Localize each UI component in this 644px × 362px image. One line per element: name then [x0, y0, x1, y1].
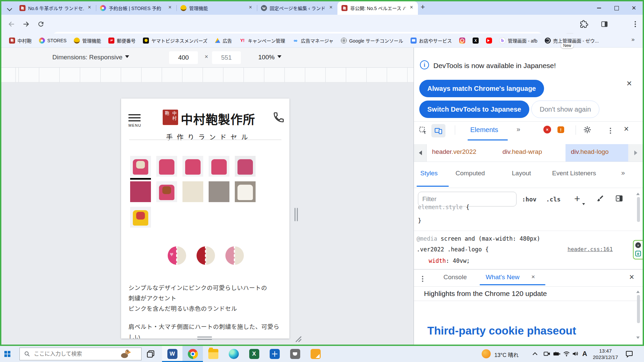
bookmarks-overflow-icon[interactable]	[632, 36, 635, 43]
meet-now-icon[interactable]	[543, 350, 551, 357]
bookmark-item[interactable]: 広告	[212, 36, 235, 46]
browser-tab[interactable]: 非公開: No.5 ベルエース ハート カー	[337, 1, 418, 15]
ime-indicator[interactable]: A	[582, 350, 587, 358]
start-button[interactable]	[4, 351, 10, 357]
more-subtabs-icon[interactable]	[621, 169, 625, 177]
bookmark-item[interactable]: お店やサービス	[408, 36, 455, 46]
color-swatch-1[interactable]: ♥	[168, 246, 186, 265]
product-thumbnail-leather-texture[interactable]	[182, 181, 203, 202]
product-thumbnail-backpack-side[interactable]	[182, 156, 203, 177]
hidden-icons-chevron[interactable]	[533, 352, 537, 357]
extension-overlay-widget[interactable]	[633, 240, 643, 259]
tab-search-icon[interactable]	[5, 4, 15, 12]
infobar-close-icon[interactable]: ×	[627, 79, 632, 88]
minimize-button[interactable]	[590, 1, 608, 15]
more-panels-icon[interactable]	[517, 125, 520, 133]
site-logo-title[interactable]: 中村鞄製作所	[181, 110, 255, 127]
action-center-icon[interactable]	[625, 350, 633, 358]
rendering-emulation-button[interactable]	[596, 194, 604, 204]
devtools-close-button[interactable]: ×	[624, 125, 629, 133]
product-thumbnail-backpack-top-open[interactable]	[209, 156, 229, 177]
color-swatch-2[interactable]	[197, 246, 215, 265]
taskbar-app-chrome[interactable]	[182, 346, 203, 362]
zoom-select[interactable]: 100%	[258, 54, 281, 61]
breadcrumb-scroll-left[interactable]	[414, 144, 427, 162]
bookmark-item[interactable]: Google サーチコンソール	[338, 36, 406, 46]
tab-styles[interactable]: Styles	[420, 170, 438, 177]
taskbar-clock[interactable]: 13:47 2023/12/17	[590, 348, 621, 360]
drawer-close-button[interactable]: ×	[629, 273, 634, 281]
tab-computed[interactable]: Computed	[455, 170, 485, 177]
dont-show-again-button[interactable]: Don't show again	[531, 101, 599, 118]
color-swatch-3[interactable]	[225, 246, 244, 265]
bookmark-item[interactable]: キャンペーン管理	[236, 36, 288, 46]
css-source-link[interactable]: header.css:161	[568, 246, 613, 252]
taskbar-search[interactable]	[19, 348, 142, 360]
viewport-resize-corner[interactable]	[293, 334, 302, 343]
taskbar-app-file-explorer[interactable]	[203, 346, 223, 362]
product-thumbnail-backpack-front-open[interactable]	[156, 156, 177, 177]
bookmark-item[interactable]: ヤマトビジネスメンバーズ	[140, 36, 210, 46]
viewport-height-input[interactable]	[212, 51, 241, 64]
bookmark-item[interactable]: 郵便番号	[105, 36, 139, 46]
taskbar-app-excel[interactable]: X	[244, 346, 264, 362]
drawer-scrollbar[interactable]	[637, 295, 640, 323]
tab-close-icon[interactable]	[409, 5, 415, 11]
new-style-rule-button[interactable]	[574, 193, 580, 204]
hover-state-toggle[interactable]: :hov	[522, 196, 536, 203]
bookmark-item[interactable]: STORES	[36, 36, 69, 45]
new-tab-button[interactable]	[418, 3, 428, 13]
scroll-up-icon[interactable]	[636, 191, 640, 195]
product-thumbnail-open-pocket-a4[interactable]	[235, 181, 256, 202]
browser-tab[interactable]: 固定ページを編集 ‹ ランドセル | 中	[257, 1, 337, 15]
styles-scrollbar[interactable]	[637, 197, 640, 222]
window-close-button[interactable]	[625, 1, 643, 15]
scroll-down-icon[interactable]	[636, 337, 640, 341]
css-declaration[interactable]: width: 40vw;	[429, 257, 470, 264]
tab-close-icon[interactable]	[167, 5, 173, 11]
breadcrumb-item-selected[interactable]: div.head-logo	[571, 148, 609, 156]
browser-menu-button[interactable]	[630, 19, 641, 29]
product-thumbnail-leather-stitch-closeup[interactable]	[130, 181, 151, 202]
e-extension-icon[interactable]	[635, 251, 641, 256]
phone-icon[interactable]	[273, 111, 285, 123]
tab-close-icon[interactable]	[328, 5, 334, 11]
extensions-button[interactable]	[579, 19, 590, 29]
wifi-icon[interactable]	[563, 350, 570, 357]
taskbar-app-app-grid[interactable]	[264, 346, 285, 362]
taskbar-app-app-gray[interactable]	[285, 346, 305, 362]
close-icon[interactable]	[635, 242, 641, 248]
breadcrumb-scroll-right[interactable]	[629, 144, 643, 162]
side-panel-button[interactable]	[599, 19, 610, 29]
error-badge[interactable]	[543, 126, 551, 133]
bookmark-item[interactable]: 広告マネージャ	[289, 36, 336, 46]
product-thumbnail-girl-model[interactable]	[156, 181, 177, 202]
battery-icon[interactable]	[553, 350, 561, 357]
tab-event-listeners[interactable]: Event Listeners	[552, 170, 596, 177]
weather-sun-icon[interactable]	[482, 349, 491, 358]
product-thumbnail-backpack-back[interactable]	[130, 156, 151, 177]
tab-console[interactable]: Console	[443, 274, 467, 281]
maximize-button[interactable]	[608, 1, 625, 15]
class-toggle[interactable]: .cls	[546, 196, 560, 203]
taskbar-app-app-orange[interactable]	[305, 346, 326, 362]
bookmark-item[interactable]: 中村鞄	[6, 36, 35, 46]
bookmark-item[interactable]: 管理機能	[71, 36, 104, 46]
tab-close-icon[interactable]	[87, 5, 93, 11]
product-thumbnail-water-drops[interactable]	[209, 181, 229, 202]
breadcrumb-item[interactable]: div.head-wrap	[502, 148, 542, 156]
browser-tab[interactable]: 管理機能	[176, 1, 257, 15]
tab-close-icon[interactable]	[248, 5, 254, 11]
tab-layout[interactable]: Layout	[512, 170, 531, 177]
css-rule-selector[interactable]: .ver2022 .head-logo {	[417, 246, 489, 253]
breadcrumb-item[interactable]: header.ver2022	[432, 148, 476, 156]
css-media-query[interactable]: @media screen and (max-width: 480px)	[417, 235, 540, 242]
whats-new-tab-close-icon[interactable]: ×	[531, 274, 535, 280]
task-view-button[interactable]	[146, 350, 155, 360]
volume-icon[interactable]	[572, 350, 579, 357]
drawer-splitter[interactable]	[414, 269, 643, 269]
viewport-width-input[interactable]	[169, 51, 198, 64]
weather-widget[interactable]: 13°C 晴れ	[494, 351, 519, 359]
search-highlight-bird-icon[interactable]	[120, 348, 131, 360]
scroll-up-icon[interactable]	[636, 289, 640, 293]
